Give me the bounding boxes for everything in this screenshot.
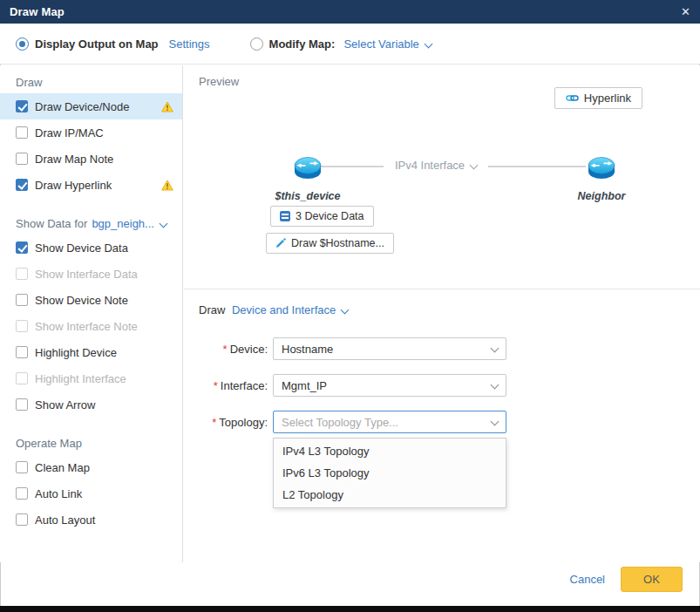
- sidebar-item-auto-link[interactable]: Auto Link: [0, 480, 182, 507]
- checkbox[interactable]: [16, 513, 28, 526]
- sidebar-item-label: Draw Device/Node: [35, 100, 129, 113]
- device-select-value: Hostname: [282, 343, 333, 356]
- sidebar-item-label: Show Device Note: [35, 294, 128, 307]
- device-data-button-label: 3 Device Data: [296, 210, 364, 222]
- sidebar-item-label: Show Interface Data: [35, 268, 138, 281]
- checkbox[interactable]: [16, 179, 28, 191]
- checkbox[interactable]: [16, 320, 28, 332]
- sidebar-item-label: Draw Map Note: [35, 153, 113, 166]
- topology-label-text: Topology:: [219, 416, 268, 429]
- sidebar-item-show-arrow[interactable]: Show Arrow: [0, 391, 182, 418]
- sidebar-item-draw-map-note[interactable]: Draw Map Note: [0, 146, 182, 172]
- sidebar-item-show-interface-data[interactable]: Show Interface Data: [0, 261, 182, 287]
- sidebar-item-show-device-data[interactable]: Show Device Data: [0, 235, 182, 261]
- sidebar-item-highlight-device[interactable]: Highlight Device: [0, 339, 182, 365]
- form-header-prefix: Draw: [199, 303, 225, 316]
- hyperlink-button[interactable]: Hyperlink: [554, 87, 642, 109]
- show-data-prefix: Show Data for: [16, 217, 87, 230]
- draw-hostname-button-label: Draw $Hostname...: [291, 237, 384, 249]
- chevron-down-icon: [491, 344, 500, 353]
- interface-type-dropdown[interactable]: IPv4 Interface: [384, 159, 488, 172]
- sidebar-item-label: Auto Layout: [35, 513, 95, 527]
- sidebar-item-label: Highlight Interface: [35, 372, 126, 385]
- show-data-variable-label: bgp_neigh...: [92, 217, 154, 230]
- interface-field-row: *Interface: Mgmt_IP: [184, 374, 506, 397]
- sidebar-item-draw-ip-mac[interactable]: Draw IP/MAC: [0, 119, 182, 146]
- close-icon[interactable]: ✕: [681, 6, 690, 17]
- section-gap: [0, 418, 182, 432]
- settings-link[interactable]: Settings: [169, 37, 210, 51]
- sidebar-item-draw-device-node[interactable]: Draw Device/Node: [0, 93, 182, 119]
- sidebar-item-clean-map[interactable]: Clean Map: [0, 454, 182, 480]
- display-output-radio[interactable]: [16, 37, 29, 51]
- sidebar-item-draw-hyperlink[interactable]: Draw Hyperlink: [0, 172, 182, 198]
- draw-form-header: Draw Device and Interface: [199, 303, 348, 316]
- checkbox[interactable]: [16, 294, 28, 306]
- required-asterisk: *: [212, 416, 216, 429]
- interface-label-text: Interface:: [221, 379, 268, 392]
- checkbox[interactable]: [16, 346, 28, 358]
- checkbox[interactable]: [16, 100, 28, 112]
- topology-select-placeholder: Select Topology Type...: [282, 416, 398, 429]
- interface-field-label: *Interface:: [184, 379, 268, 392]
- section-divider: [184, 289, 700, 289]
- dialog-titlebar: Draw Map ✕: [0, 0, 700, 24]
- warning-icon: [161, 180, 173, 191]
- sidebar-item-label: Show Arrow: [35, 398, 95, 411]
- bottom-edge-strip: [0, 606, 700, 612]
- device-label-text: Device:: [230, 343, 268, 356]
- checkbox[interactable]: [16, 487, 28, 500]
- device-field-row: *Device: Hostname: [184, 337, 506, 360]
- option-ipv6-l3-topology[interactable]: IPv6 L3 Topology: [274, 462, 506, 484]
- chevron-down-icon: [470, 161, 479, 170]
- cancel-button[interactable]: Cancel: [570, 573, 605, 586]
- device-data-button[interactable]: 3 Device Data: [270, 206, 374, 227]
- option-l2-topology[interactable]: L2 Topology: [274, 484, 506, 506]
- sidebar-item-highlight-interface[interactable]: Highlight Interface: [0, 365, 182, 391]
- sidebar-item-label: Clean Map: [35, 461, 90, 474]
- interface-select-value: Mgmt_IP: [282, 379, 327, 392]
- select-variable-dropdown[interactable]: Select Variable: [343, 37, 431, 51]
- device-interface-dropdown[interactable]: Device and Interface: [232, 303, 348, 316]
- sidebar-item-show-device-note[interactable]: Show Device Note: [0, 287, 182, 313]
- display-output-label: Display Output on Map: [35, 37, 159, 51]
- neighbor-router-icon: [586, 153, 617, 180]
- checkbox[interactable]: [16, 126, 28, 139]
- interface-select[interactable]: Mgmt_IP: [273, 374, 506, 397]
- device-select[interactable]: Hostname: [273, 337, 506, 360]
- checkbox[interactable]: [16, 153, 28, 165]
- operate-map-section-header: Operate Map: [0, 432, 182, 454]
- checkbox[interactable]: [16, 398, 28, 411]
- sidebar: Draw Draw Device/Node Draw IP/MAC Draw M…: [0, 65, 183, 562]
- sidebar-item-label: Show Device Data: [35, 241, 128, 255]
- required-asterisk: *: [214, 379, 218, 392]
- show-data-variable-dropdown[interactable]: bgp_neigh...: [92, 217, 167, 230]
- sidebar-item-show-interface-note[interactable]: Show Interface Note: [0, 313, 182, 339]
- pencil-icon: [275, 238, 286, 248]
- topology-select[interactable]: Select Topology Type...: [273, 411, 506, 433]
- hyperlink-icon: [566, 93, 579, 103]
- modify-map-label: Modify Map:: [269, 37, 336, 51]
- checkbox[interactable]: [16, 241, 28, 254]
- mode-bar: Display Output on Map Settings Modify Ma…: [0, 24, 700, 65]
- preview-title: Preview: [199, 75, 239, 88]
- checkbox[interactable]: [16, 461, 28, 473]
- required-asterisk: *: [223, 343, 228, 356]
- checkbox[interactable]: [16, 372, 28, 384]
- warning-icon: [161, 101, 173, 112]
- option-ipv4-l3-topology[interactable]: IPv4 L3 Topology: [274, 440, 506, 462]
- modify-map-radio[interactable]: [250, 37, 263, 51]
- this-device-router-icon: [292, 153, 323, 180]
- chevron-down-icon: [491, 381, 500, 390]
- ok-button[interactable]: OK: [621, 567, 683, 592]
- this-device-label: $this_device: [260, 190, 356, 202]
- checkbox[interactable]: [16, 268, 28, 280]
- draw-hostname-button[interactable]: Draw $Hostname...: [266, 233, 394, 254]
- sidebar-item-label: Highlight Device: [35, 346, 117, 359]
- dialog-title: Draw Map: [10, 5, 65, 18]
- section-gap: [0, 198, 182, 212]
- main-panel: Preview Hyperlink IPv4 Interface $this_d…: [184, 65, 700, 562]
- device-data-icon: [280, 211, 290, 221]
- chevron-down-icon: [424, 39, 432, 48]
- sidebar-item-auto-layout[interactable]: Auto Layout: [0, 507, 182, 533]
